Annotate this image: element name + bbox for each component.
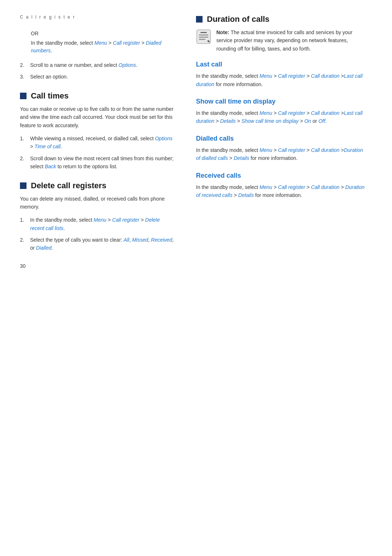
ct-num-1: 1. [20, 134, 24, 142]
rc-sep4: > [232, 192, 238, 198]
svg-rect-4 [199, 39, 205, 40]
call-register-link[interactable]: Call register [113, 40, 140, 46]
sc-sep5: > [236, 118, 241, 124]
dc-sep1: > [272, 147, 278, 153]
sc-sep1: > [272, 110, 278, 116]
page: C a l l r e g i s t e r OR In the standb… [0, 0, 392, 556]
page-header: C a l l r e g i s t e r [20, 15, 174, 20]
rc-details[interactable]: Details [238, 192, 254, 198]
sc-cr[interactable]: Call register [278, 110, 305, 116]
del-menu-link[interactable]: Menu [94, 217, 106, 223]
call-times-section: Call times You can make or receive up to… [20, 91, 174, 171]
call-times-title: Call times [20, 91, 174, 101]
rc-menu[interactable]: Menu [260, 184, 272, 190]
del-cr-link[interactable]: Call register [112, 217, 139, 223]
sc-on[interactable]: On [304, 118, 311, 124]
call-times-item-1: 1. While viewing a missed, received, or … [20, 134, 174, 151]
lc-sep3: > [339, 73, 344, 79]
note-icon [196, 29, 211, 44]
dialled-calls-title: Dialled calls [196, 135, 367, 142]
svg-rect-1 [200, 32, 207, 33]
lc-after: for more information. [215, 81, 263, 87]
dc-sep2: > [305, 147, 311, 153]
dialled-calls-section: Dialled calls In the standby mode, selec… [196, 135, 367, 162]
list-item-2: 2. Scroll to a name or number, and selec… [20, 61, 174, 69]
show-call-title: Show call time on display [196, 98, 367, 105]
lc-sep1: > [272, 73, 278, 79]
delete-section: Delete call registers You can delete any… [20, 181, 174, 252]
call-times-body: You can make or receive up to five calls… [20, 105, 174, 129]
ct-item1-text: While viewing a missed, received, or dia… [30, 136, 172, 149]
sc-sep3: > [339, 110, 344, 116]
sep2: > [140, 40, 146, 46]
sc-before: In the standby mode, select [196, 110, 260, 116]
del-num-1: 1. [20, 216, 24, 224]
lc-menu[interactable]: Menu [260, 73, 272, 79]
call-times-item-2: 2. Scroll down to view the most recent c… [20, 154, 174, 171]
end-period: . [50, 48, 52, 53]
show-call-section: Show call time on display In the standby… [196, 98, 367, 125]
menu-link[interactable]: Menu [94, 40, 107, 46]
delete-label: Delete call registers [31, 181, 106, 190]
list-item-3: 3. Select an option. [20, 73, 174, 81]
del-item1-text: In the standby mode, select Menu > Call … [30, 217, 160, 231]
duration-label: Duration of calls [207, 15, 269, 24]
options-link-1[interactable]: Options [119, 62, 136, 68]
all-link[interactable]: All [124, 237, 130, 243]
call-times-label: Call times [31, 91, 69, 101]
delete-list: 1. In the standby mode, select Menu > Ca… [20, 216, 174, 252]
dc-sep3: > [339, 147, 344, 153]
sc-sctod[interactable]: Show call time on display [241, 118, 298, 124]
rc-sep1: > [272, 184, 278, 190]
rc-sep3: > [339, 184, 345, 190]
dc-details[interactable]: Details [234, 155, 249, 161]
sc-sep6: > [299, 118, 305, 124]
sc-menu[interactable]: Menu [260, 110, 272, 116]
sc-cd[interactable]: Call duration [311, 110, 340, 116]
dc-cr[interactable]: Call register [278, 147, 305, 153]
received-calls-body: In the standby mode, select Menu > Call … [196, 183, 367, 200]
call-times-icon [20, 93, 26, 99]
item2-text: Scroll to a name or number, and select O… [30, 62, 138, 68]
last-call-body: In the standby mode, select Menu > Call … [196, 72, 367, 88]
lc-cd[interactable]: Call duration [311, 73, 340, 79]
note-box: Note: The actual time invoiced for calls… [196, 28, 367, 53]
dc-before: In the standby mode, select [196, 147, 260, 153]
dc-cd[interactable]: Call duration [311, 147, 340, 153]
time-of-call-link[interactable]: Time of call [34, 144, 60, 149]
standby-intro: In the standby mode, select [31, 40, 94, 46]
sc-details[interactable]: Details [220, 118, 236, 124]
sc-sep4: > [215, 118, 220, 124]
received-calls-section: Received calls In the standby mode, sele… [196, 172, 367, 200]
options-link-2[interactable]: Options [155, 136, 172, 141]
dialled-link[interactable]: Dialled [36, 245, 52, 251]
left-column: C a l l r e g i s t e r OR In the standb… [0, 15, 185, 541]
back-link[interactable]: Back [45, 164, 56, 169]
duration-title: Duration of calls [196, 15, 367, 24]
svg-rect-2 [199, 35, 208, 36]
right-column: Duration of calls Note: The actual time … [185, 15, 381, 541]
lc-cr[interactable]: Call register [278, 73, 305, 79]
sc-off[interactable]: Off [318, 118, 325, 124]
received-link[interactable]: Received [151, 237, 172, 243]
last-call-section: Last call In the standby mode, select Me… [196, 61, 367, 88]
list-num-2: 2. [20, 61, 24, 69]
delete-icon [20, 182, 26, 189]
missed-link[interactable]: Missed [132, 237, 148, 243]
dc-menu[interactable]: Menu [260, 147, 272, 153]
dc-after: for more information. [249, 155, 298, 161]
svg-rect-3 [199, 37, 208, 38]
note-text: Note: The actual time invoiced for calls… [216, 28, 367, 53]
item3-text: Select an option. [30, 74, 68, 80]
duration-section: Duration of calls Note: The actual time … [196, 15, 367, 53]
intro-list: 2. Scroll to a name or number, and selec… [20, 61, 174, 81]
dc-sep4: > [228, 155, 234, 161]
del-num-2: 2. [20, 236, 24, 244]
rc-cd[interactable]: Call duration [311, 184, 340, 190]
received-calls-title: Received calls [196, 172, 367, 180]
show-call-body: In the standby mode, select Menu > Call … [196, 109, 367, 125]
lc-before: In the standby mode, select [196, 73, 260, 79]
sc-or: or [311, 118, 318, 124]
rc-cr[interactable]: Call register [278, 184, 305, 190]
sc-end: . [325, 118, 327, 124]
